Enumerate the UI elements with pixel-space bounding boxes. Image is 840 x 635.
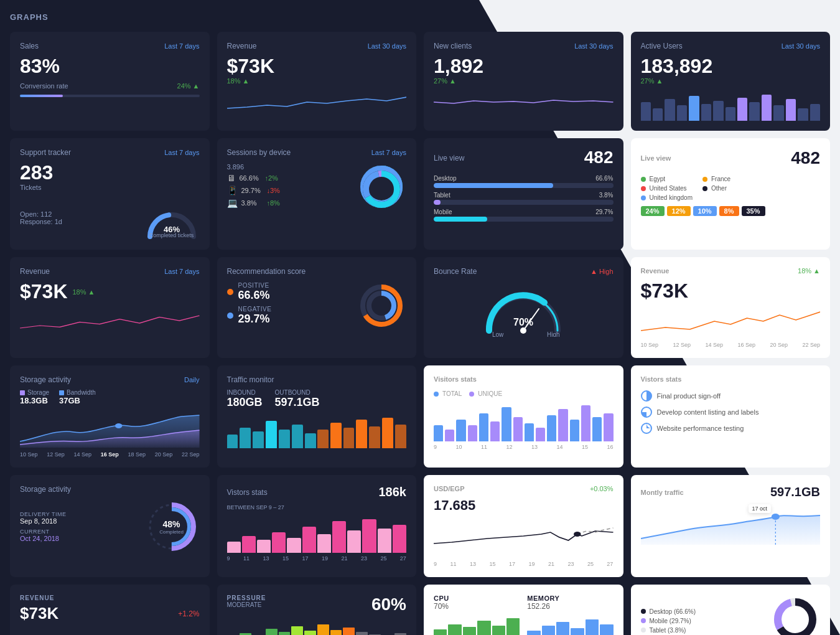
cpu-title: CPU [434,595,520,602]
live-view-light-value: 482 [791,148,820,168]
other-dot [702,186,707,191]
memory-bars [527,614,613,635]
rec-positive-dot [227,289,233,295]
conversion-label: Conversion rate [20,82,68,90]
pressure-card: PRESSURE MODERATE 60% [217,585,417,635]
new-clients-period[interactable]: Last 30 days [574,42,613,50]
svg-text:70%: 70% [513,317,533,327]
stat-label-3: Website performance testing [657,425,744,432]
usd-line-chart [434,519,614,556]
monthly-value: 597.1GB [770,485,820,499]
storage-title: Storage activity [20,375,71,384]
current-value: Oct 24, 2018 [20,535,67,542]
revenue-period-1[interactable]: Last 30 days [368,42,406,50]
cpu-memory-card: CPU 70% MEMORY 152.26 [424,585,623,635]
visitors-stats-card: Visitors stats TOTAL UNIQUE [424,365,623,468]
desktop-pct: 66.6% [240,174,261,182]
visitors-bars-chart [434,401,614,441]
revenue-title-1: Revenue [227,42,257,50]
active-users-value: 183,892 [641,55,821,77]
revenue-light-sparkline [641,303,821,337]
visitors-stats-list-card: Vistors stats Final product sign-off [631,365,831,468]
monthly-chart-wrap: 17 oct [641,504,821,547]
sales-value: 83% [20,55,200,77]
storage-value: 18.3GB [20,396,49,405]
device-desktop-legend: Desktop (66.6%) [641,608,696,615]
device-desktop-dot [641,609,646,614]
stat-icon-3 [641,423,652,434]
mobile-bar-track [434,217,614,222]
bandwidth-label: Bandwidth [67,389,96,396]
rec-negative-value: 29.7% [238,313,272,326]
conversion-value: 24% ▲ [177,82,200,90]
live-view-dark-card: Live view 482 Desktop66.6% Tablet3.8% [424,138,623,250]
desktop-change: ↑2% [265,174,278,182]
badge-other2: 8% [719,206,739,216]
legend-other: Other [702,185,730,192]
visitors-title: Visitors stats [434,375,477,383]
delivery-label: DELIVERY TIME [20,511,67,517]
revenue-bottom-card: REVENUE $73K +1.2% [10,585,210,635]
revenue-sparkline-2 [20,308,200,333]
memory-title: MEMORY [527,595,613,602]
sales-period[interactable]: Last 7 days [164,42,199,50]
visitors-stats-pink-card: Vistors stats 186k BETWEEN SEP 9 – 27 9 [217,475,417,577]
stat-item-1: Final product sign-off [641,390,821,402]
rec-title: Recommendation score [227,267,306,276]
rec-donut [357,281,406,331]
device-tablet-label: Tablet (3.8%) [650,627,686,634]
revenue-period-2[interactable]: Last 7 days [164,268,199,275]
device-desktop-label: Desktop (66.6%) [650,608,696,615]
revenue-bottom-title: REVENUE [20,595,200,601]
svg-point-18 [115,423,123,428]
support-gauge: 46% Completed tickets [144,196,200,240]
us-dot [641,186,646,191]
device-tablet-legend: Tablet (3.8%) [641,627,696,634]
svg-point-25 [574,532,581,537]
visitors-pink-title: Vistors stats [227,488,268,497]
svg-point-14 [520,327,526,334]
support-tracker-card: Support tracker Last 7 days 283 Tickets … [10,138,210,250]
usd-title: USD/EGP [434,485,465,492]
sessions-period[interactable]: Last 7 days [371,149,406,156]
svg-text:High: High [547,331,560,337]
device-donut-card: Desktop (66.6%) Mobile (29.7%) Tablet (3… [631,585,831,635]
pressure-bars [227,622,407,635]
revenue-value-1: $73K [227,55,407,77]
badge-france: 12% [667,206,691,216]
legend-france: France [702,176,730,182]
active-users-period[interactable]: Last 30 days [782,42,820,50]
total-legend: TOTAL [434,390,462,397]
delivery-value: Sep 8, 2018 [20,517,67,525]
stat-item-2: Develop content listing and labels [641,407,821,418]
new-clients-value: 1,892 [434,55,614,77]
visitors-pink-between: BETWEEN SEP 9 – 27 [227,504,407,510]
rec-positive-value: 66.6% [238,289,270,302]
mobile-icon: 📱 [227,186,238,195]
progress-bar-wrap [20,95,200,97]
progress-bar-fill [20,95,63,97]
mobile-change: ↓3% [267,187,280,194]
storage-activity-2-card: Storage activity DELIVERY TIME Sep 8, 20… [10,475,210,577]
monthly-title: Montly traffic [641,489,684,496]
uk-dot [641,195,646,200]
storage-period[interactable]: Daily [184,376,199,383]
device-mobile-legend: Mobile (29.7%) [641,618,696,624]
rec-negative-dot [227,313,233,319]
device-donut [770,595,820,635]
desktop-bar-label: Desktop66.6% [434,175,614,182]
revenue-title-2: Revenue [20,267,50,276]
revenue-value-2: $73K [20,281,68,303]
support-title: Support tracker [20,148,71,157]
unique-legend: UNIQUE [469,390,502,397]
sales-title: Sales [20,42,39,50]
egypt-dot [641,177,646,182]
traffic-monitor-card: Traffic monitor INBOUND 180GB OUTBOUND 5… [217,365,417,468]
bounce-gauge-svg: 70% Low High [480,281,567,337]
live-view-dark-title: Live view [434,154,464,162]
pressure-subtitle: MODERATE [227,601,266,608]
bandwidth-value: 37GB [59,396,96,405]
active-users-chart [641,90,821,121]
support-period[interactable]: Last 7 days [164,149,199,156]
monthly-tooltip: 17 oct [749,504,772,513]
